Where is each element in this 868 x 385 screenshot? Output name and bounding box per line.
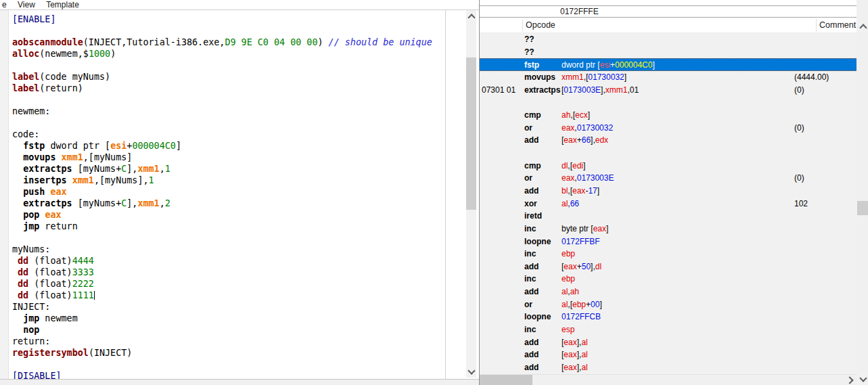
- disasm-row[interactable]: cmpah,[ecx]: [480, 109, 856, 122]
- editor-line[interactable]: [12, 232, 445, 244]
- disasm-row[interactable]: 07301 01extractps[0173003E],xmm1,01(0): [480, 84, 856, 97]
- disasm-row[interactable]: [480, 147, 856, 160]
- mnemonic-cell: add: [524, 185, 539, 198]
- disasm-row[interactable]: incbyte ptr [eax]: [480, 223, 856, 235]
- disasm-row[interactable]: loopne0172FFBF: [480, 235, 856, 248]
- code-segment: // should be unique: [329, 37, 432, 47]
- operand-segment: ]: [588, 110, 590, 120]
- editor-line[interactable]: code:: [12, 129, 445, 140]
- editor-line[interactable]: INJECT:: [12, 301, 445, 313]
- operand-segment: 0172FFCB: [562, 312, 601, 321]
- editor-line[interactable]: nop: [12, 324, 445, 336]
- editor-line[interactable]: extractps [myNums+C],xmm1,2: [12, 198, 445, 209]
- disasm-row[interactable]: ??: [480, 46, 856, 59]
- operands-cell: [eax+50],dl: [562, 261, 601, 273]
- editor-vertical-scrollbar[interactable]: [466, 10, 476, 378]
- operand-segment: ecx: [575, 110, 588, 120]
- disasm-row[interactable]: addal,ah: [480, 286, 856, 298]
- code-segment: (float): [28, 267, 72, 277]
- editor-line[interactable]: newmem:: [12, 106, 445, 117]
- editor-scroll-down-button[interactable]: [466, 366, 476, 378]
- editor-line[interactable]: [ENABLE]: [12, 14, 445, 25]
- code-segment: newmem: [39, 313, 77, 323]
- disasm-row[interactable]: iretd: [480, 210, 856, 223]
- disasm-row[interactable]: xoral,66102: [480, 198, 856, 210]
- disasm-row[interactable]: [480, 96, 856, 109]
- editor-line[interactable]: pop eax: [12, 209, 445, 221]
- horizontal-scrollbar-thumb[interactable]: [480, 375, 532, 385]
- code-segment: ,: [160, 198, 165, 208]
- disasm-row[interactable]: add[eax],al: [480, 348, 856, 361]
- editor-line[interactable]: [12, 117, 445, 129]
- operand-segment: ah: [562, 110, 570, 120]
- menu-item-file-partial[interactable]: e: [2, 0, 7, 9]
- disasm-row[interactable]: oreax,0173003E(0): [480, 172, 856, 185]
- editor-line[interactable]: label(code myNums): [12, 71, 445, 83]
- editor-line[interactable]: alloc(newmem,$1000): [12, 48, 445, 60]
- disasm-scrollbar-thumb[interactable]: [857, 201, 868, 215]
- editor-line[interactable]: dd (float)4444: [12, 255, 445, 267]
- menu-item-view[interactable]: View: [18, 0, 35, 9]
- editor-line[interactable]: return:: [12, 336, 445, 347]
- editor-line[interactable]: extractps [myNums+C],xmm1,1: [12, 163, 445, 175]
- editor-line[interactable]: [12, 60, 445, 71]
- disasm-row[interactable]: add[eax],al: [480, 361, 856, 374]
- disasm-row[interactable]: oreax,01730032(0): [480, 122, 856, 135]
- operand-segment: ,[: [568, 161, 572, 171]
- editor-line[interactable]: jmp newmem: [12, 313, 445, 324]
- editor-line[interactable]: registersymbol(INJECT): [12, 347, 445, 359]
- script-editor[interactable]: [ENABLE]aobscanmodule(INJECT,Tutorial-i3…: [9, 10, 446, 379]
- code-segment: dd: [18, 256, 28, 266]
- editor-scroll-up-button[interactable]: [466, 10, 476, 22]
- disassembly-list: ????fstpdword ptr [esi+000004C0]movupsxm…: [480, 33, 856, 374]
- disasm-scroll-up-button[interactable]: [857, 20, 868, 32]
- operand-segment: edi: [572, 161, 583, 171]
- disasm-row[interactable]: add[eax],al: [480, 336, 856, 349]
- editor-line[interactable]: [12, 94, 445, 106]
- mnemonic-cell: loopne: [524, 235, 551, 248]
- code-segment: 000004C0: [132, 141, 176, 151]
- disasm-row[interactable]: ??: [480, 33, 856, 46]
- disasm-row[interactable]: loopne0172FFCB: [480, 311, 856, 323]
- editor-line[interactable]: aobscanmodule(INJECT,Tutorial-i386.exe,D…: [12, 37, 445, 48]
- disasm-row[interactable]: addbl,[eax-17]: [480, 185, 856, 198]
- operand-segment: eax: [564, 350, 576, 359]
- disasm-row[interactable]: movupsxmm1,[01730032](4444.00): [480, 71, 856, 84]
- editor-scrollbar-thumb[interactable]: [466, 58, 476, 210]
- disasm-horizontal-scrollbar[interactable]: [480, 374, 856, 385]
- disasm-row[interactable]: cmpdl,[edi]: [480, 160, 856, 173]
- chevron-up-icon: [467, 14, 475, 21]
- disasm-row[interactable]: add[eax+50],dl: [480, 261, 856, 273]
- code-segment: xmm1: [137, 198, 159, 208]
- editor-line[interactable]: myNums:: [12, 244, 445, 255]
- editor-line[interactable]: dd (float)1111: [12, 290, 445, 301]
- mnemonic-cell: iretd: [524, 210, 542, 223]
- code-segment: 2: [165, 198, 170, 208]
- editor-line[interactable]: [12, 25, 445, 37]
- scroll-right-button[interactable]: [845, 375, 856, 385]
- disasm-row-selected[interactable]: fstpdword ptr [esi+000004C0]: [480, 58, 856, 71]
- editor-line[interactable]: movups xmm1,[myNums]: [12, 152, 445, 163]
- code-segment: 3333: [72, 267, 94, 277]
- menu-item-template[interactable]: Template: [46, 0, 79, 9]
- disasm-row[interactable]: incebp: [480, 248, 856, 261]
- editor-line[interactable]: [12, 359, 445, 370]
- disasm-scroll-down-button[interactable]: [857, 373, 868, 385]
- editor-line[interactable]: [DISABLE]: [12, 370, 445, 379]
- editor-line[interactable]: fstp dword ptr [esi+000004C0]: [12, 140, 445, 152]
- mnemonic-cell: add: [524, 134, 539, 147]
- editor-line[interactable]: insertps xmm1,[myNums],1: [12, 175, 445, 186]
- editor-line[interactable]: dd (float)2222: [12, 278, 445, 290]
- disasm-row[interactable]: incesp: [480, 323, 856, 336]
- editor-line[interactable]: jmp return: [12, 221, 445, 232]
- editor-line[interactable]: dd (float)3333: [12, 267, 445, 278]
- code-segment: aobscanmodule: [12, 37, 83, 47]
- editor-line[interactable]: push eax: [12, 186, 445, 198]
- editor-line[interactable]: label(return): [12, 83, 445, 94]
- disasm-vertical-scrollbar[interactable]: [857, 0, 868, 385]
- disasm-row[interactable]: oral,[ebp+00]: [480, 298, 856, 311]
- disasm-row[interactable]: incebp: [480, 273, 856, 286]
- mnemonic-cell: add: [524, 261, 539, 273]
- disasm-row[interactable]: add[eax+66],edx: [480, 134, 856, 147]
- operands-cell: ah,[ecx]: [562, 109, 590, 122]
